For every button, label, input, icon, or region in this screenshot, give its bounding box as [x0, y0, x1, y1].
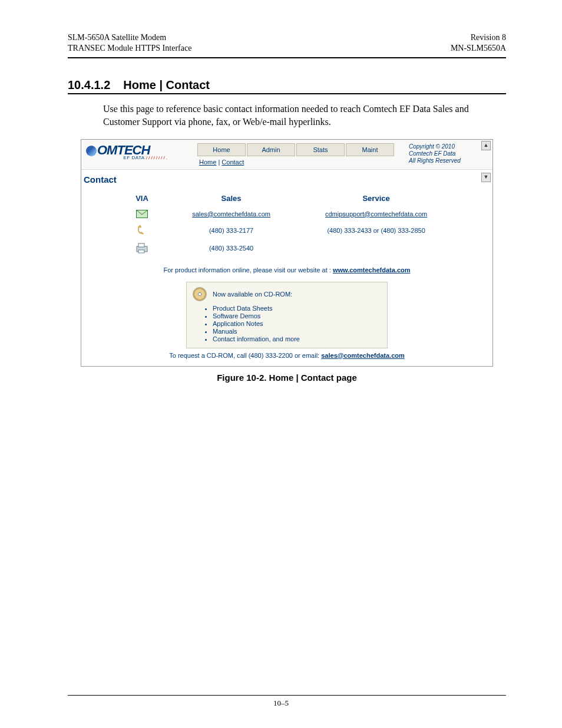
- svg-rect-2: [138, 243, 144, 247]
- col-header-sales: Sales: [168, 190, 295, 206]
- phone-icon: [116, 222, 168, 239]
- logo-sub-red: ////////.: [146, 155, 168, 160]
- section-title: Home | Contact: [123, 78, 210, 91]
- fax-icon: [116, 239, 168, 257]
- cdrom-item: Application Notes: [213, 320, 381, 327]
- section-body-text: Use this page to reference basic contact…: [103, 103, 506, 128]
- cdrom-item: Manuals: [213, 328, 381, 335]
- scroll-up-icon[interactable]: ▲: [481, 141, 491, 150]
- table-row-phone: (480) 333-2177 (480) 333-2433 or (480) 3…: [116, 222, 458, 239]
- cd-icon: [193, 287, 207, 301]
- cdrom-request-line: To request a CD-ROM, call (480) 333-2200…: [81, 352, 492, 359]
- cdrom-request-prefix: To request a CD-ROM, call (480) 333-2200…: [169, 352, 321, 359]
- header-left: SLM-5650A Satellite ModemTRANSEC Module …: [68, 32, 191, 54]
- table-row-fax: (480) 333-2540: [116, 239, 458, 257]
- nav-tab-maint[interactable]: Maint: [346, 143, 394, 156]
- cdrom-item: Software Demos: [213, 312, 381, 319]
- comtech-logo: OMTECH EF DATA ////////.: [84, 143, 171, 162]
- contact-page-screenshot: ▲ ▼ OMTECH EF DATA ////////. Home Admin …: [81, 139, 493, 367]
- cdrom-heading: Now available on CD-ROM:: [213, 291, 292, 298]
- cdrom-box: Now available on CD-ROM: Product Data Sh…: [186, 282, 388, 348]
- service-fax: [295, 239, 458, 257]
- cdrom-list: Product Data Sheets Software Demos Appli…: [213, 305, 381, 342]
- cdrom-request-email-link[interactable]: sales@comtechefdata.com: [321, 352, 405, 359]
- sales-fax: (480) 333-2540: [168, 239, 295, 257]
- header-rule: [68, 57, 506, 58]
- header-right: Revision 8MN-SLM5650A: [451, 32, 506, 54]
- service-email-link[interactable]: cdmipsupport@comtechefdata.com: [325, 210, 427, 218]
- nav-tabs: Home Admin Stats Maint: [197, 143, 395, 156]
- nav-tab-stats[interactable]: Stats: [296, 143, 345, 156]
- section-number: 10.4.1.2: [68, 78, 110, 92]
- website-prefix: For product information online, please v…: [164, 266, 333, 274]
- cdrom-item: Contact information, and more: [213, 335, 381, 342]
- website-line: For product information online, please v…: [81, 266, 492, 274]
- page-title: Contact: [81, 170, 492, 190]
- logo-sub-blue: EF DATA: [124, 155, 145, 160]
- contact-table: VIA Sales Service sales@comtechefdata.co…: [116, 190, 458, 257]
- email-icon: [116, 206, 168, 222]
- page-header: SLM-5650A Satellite ModemTRANSEC Module …: [68, 32, 506, 54]
- section-heading: 10.4.1.2Home | Contact: [68, 78, 506, 94]
- website-link[interactable]: www.comtechefdata.com: [333, 266, 411, 274]
- col-header-via: VIA: [116, 190, 168, 206]
- footer-page-number: 10–5: [0, 699, 562, 708]
- table-row-email: sales@comtechefdata.com cdmipsupport@com…: [116, 206, 458, 222]
- breadcrumb-home-link[interactable]: Home: [199, 159, 216, 166]
- breadcrumb: Home | Contact: [199, 159, 395, 166]
- screenshot-header-bar: OMTECH EF DATA ////////. Home Admin Stat…: [81, 140, 492, 170]
- nav-tab-admin[interactable]: Admin: [247, 143, 295, 156]
- globe-icon: [86, 146, 97, 156]
- col-header-service: Service: [295, 190, 458, 206]
- sales-email-link[interactable]: sales@comtechefdata.com: [192, 210, 270, 218]
- sales-phone: (480) 333-2177: [168, 222, 295, 239]
- service-phone: (480) 333-2433 or (480) 333-2850: [295, 222, 458, 239]
- copyright-text: Copyright © 2010Comtech EF DataAll Right…: [409, 143, 480, 164]
- scroll-down-icon[interactable]: ▼: [481, 173, 491, 182]
- footer-rule: [68, 695, 506, 696]
- cdrom-item: Product Data Sheets: [213, 305, 381, 312]
- figure-caption: Figure 10-2. Home | Contact page: [68, 373, 506, 383]
- svg-rect-3: [138, 250, 144, 253]
- breadcrumb-contact-link[interactable]: Contact: [222, 159, 244, 166]
- nav-tab-home[interactable]: Home: [197, 143, 246, 156]
